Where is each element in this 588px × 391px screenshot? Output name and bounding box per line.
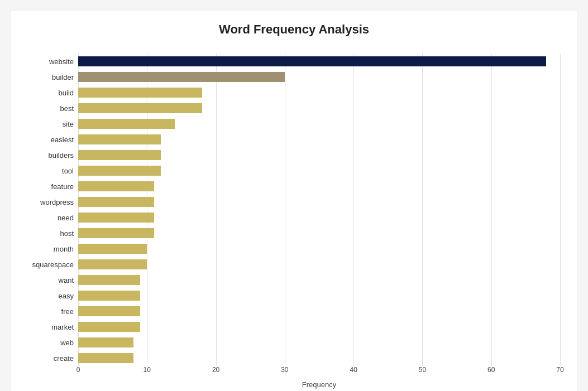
bar-row xyxy=(78,335,560,350)
y-label: builders xyxy=(48,147,74,163)
bar xyxy=(78,337,133,347)
bar-row xyxy=(78,272,560,288)
bar xyxy=(78,213,154,223)
bar-row xyxy=(78,85,560,100)
bar-row xyxy=(78,257,560,272)
bar xyxy=(78,72,285,82)
y-label: build xyxy=(59,85,74,100)
x-labels-row: 010203040506070 xyxy=(78,366,560,377)
y-label: month xyxy=(54,241,74,257)
bar-row xyxy=(78,69,560,85)
bar xyxy=(78,181,154,191)
bar-row xyxy=(78,147,560,163)
bar xyxy=(78,134,161,144)
bar xyxy=(78,291,140,301)
grid-line xyxy=(560,54,561,366)
bar-row xyxy=(78,116,560,132)
y-label: easiest xyxy=(51,132,74,147)
bar xyxy=(78,88,202,98)
chart-title: Word Frequency Analysis xyxy=(28,22,560,37)
bar-row xyxy=(78,163,560,178)
x-tick-label: 20 xyxy=(212,366,219,374)
bar xyxy=(78,275,140,285)
y-label: easy xyxy=(59,288,74,303)
bar xyxy=(78,228,154,238)
bar-row xyxy=(78,303,560,319)
x-tick-label: 10 xyxy=(144,366,151,374)
y-label: create xyxy=(54,350,74,366)
bar-row xyxy=(78,54,560,69)
bar-row xyxy=(78,194,560,210)
bar-row xyxy=(78,225,560,241)
bar xyxy=(78,353,133,363)
y-label: best xyxy=(60,100,74,116)
bar-row xyxy=(78,350,560,366)
x-tick-label: 30 xyxy=(281,366,288,374)
bar xyxy=(78,166,161,176)
chart-container: Word Frequency Analysis websitebuilderbu… xyxy=(11,11,577,391)
y-label: website xyxy=(49,54,74,69)
bar xyxy=(78,322,140,332)
bar xyxy=(78,259,147,269)
bars-and-grid xyxy=(78,54,560,366)
bar xyxy=(78,56,546,66)
bar xyxy=(78,119,175,129)
y-label: builder xyxy=(52,69,74,85)
bar-row xyxy=(78,241,560,257)
bar-row xyxy=(78,288,560,303)
x-axis-title: Frequency xyxy=(78,380,560,389)
bar-row xyxy=(78,178,560,194)
y-label: market xyxy=(51,319,74,335)
x-tick-label: 40 xyxy=(350,366,357,374)
y-label: need xyxy=(58,210,74,225)
y-label: host xyxy=(60,225,74,241)
y-label: free xyxy=(61,303,74,319)
bar xyxy=(78,244,147,254)
y-label: feature xyxy=(51,178,74,194)
bar xyxy=(78,306,140,316)
x-tick-label: 70 xyxy=(556,366,563,374)
y-label: wordpress xyxy=(40,194,74,210)
bar-row xyxy=(78,100,560,116)
y-labels: websitebuilderbuildbestsiteeasiestbuilde… xyxy=(28,54,78,366)
y-label: want xyxy=(59,272,74,288)
x-tick-label: 0 xyxy=(77,366,80,374)
bar-row xyxy=(78,319,560,335)
x-tick-label: 50 xyxy=(419,366,426,374)
bar-row xyxy=(78,210,560,225)
bar-row xyxy=(78,132,560,147)
bar xyxy=(78,150,161,160)
bar xyxy=(78,197,154,207)
bars-section: websitebuilderbuildbestsiteeasiestbuilde… xyxy=(28,54,560,366)
y-label: site xyxy=(63,116,74,132)
y-label: web xyxy=(60,335,74,350)
chart-area: websitebuilderbuildbestsiteeasiestbuilde… xyxy=(28,54,560,389)
x-tick-label: 60 xyxy=(487,366,495,374)
y-label: squarespace xyxy=(32,257,74,272)
bar xyxy=(78,103,202,113)
y-label: tool xyxy=(62,163,74,178)
